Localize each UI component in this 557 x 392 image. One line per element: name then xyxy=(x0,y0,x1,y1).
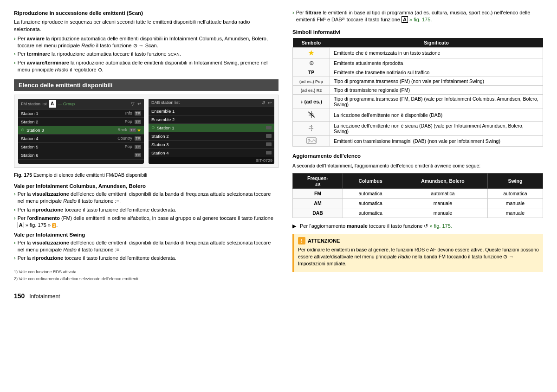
symbols-col2: Significato xyxy=(330,38,543,48)
fm-header-label: FM station list xyxy=(21,102,47,106)
fm-row-3[interactable]: ⊙ Station 3 Rock TP ★ xyxy=(18,126,144,135)
sym-note-cell: ♪ (ad es.) xyxy=(293,95,330,109)
fm-station-4-badge: TP xyxy=(135,136,141,141)
update-col-amundsen: Amundsen, Bolero xyxy=(398,173,487,188)
dab-station-4-img xyxy=(266,151,272,154)
dab-screen-header: DAB station list ↺ ↩ xyxy=(149,99,274,107)
footnote-divider xyxy=(14,267,70,267)
fm-row-1[interactable]: Station 1 Info TP xyxy=(18,109,144,118)
fm-station-3-name: Station 3 xyxy=(26,128,117,133)
arrow-c2: › xyxy=(14,206,16,213)
dab-row-station-3[interactable]: Station 3 xyxy=(149,141,274,149)
scan-bullet-3-text: Per avviare/terminare la riproduzione au… xyxy=(18,59,278,74)
fm-row-2[interactable]: Station 2 Pop TP xyxy=(18,118,144,126)
r2-icon: (ad es.) R2 xyxy=(301,88,322,93)
update-dab-columbus: automatica xyxy=(343,208,398,218)
svg-point-8 xyxy=(308,139,310,141)
columbus-section: Vale per Infotainment Columbus, Amundsen… xyxy=(14,183,278,229)
fig-caption-text: Esempio di elenco delle emittenti FM/DAB… xyxy=(33,172,147,178)
columbus-bullet-3: › Per l'ordinamento (FM) delle emittenti… xyxy=(14,215,278,229)
fm-station-1-genre: Info xyxy=(125,111,132,116)
update-intro: A seconda dell'Infotainment, l'aggiornam… xyxy=(292,162,543,169)
update-row-am: AM automatica manuale manuale xyxy=(293,198,543,208)
arrow-c3: › xyxy=(14,215,16,229)
fm-station-6-name: Station 6 xyxy=(21,153,132,158)
fm-play-icon: ⊙ xyxy=(21,128,25,132)
dab-station-1-img xyxy=(266,126,272,129)
swing-section: Vale per Infotainment Swing › Per la vis… xyxy=(14,232,278,262)
update-table: Frequen-za Columbus Amundsen, Bolero Swi… xyxy=(292,173,543,218)
symbols-table: Simbolo Significato ★ Emittente che è me… xyxy=(292,38,543,147)
dab-row-station-2[interactable]: Station 2 xyxy=(149,132,274,141)
page-label: Infotainment xyxy=(29,293,60,300)
fm-station-6-badge: TP xyxy=(135,153,141,157)
update-am-columbus: automatica xyxy=(343,198,398,208)
update-fm-swing: automatica xyxy=(487,188,543,198)
fm-station-4-genre: Country xyxy=(117,136,132,141)
fm-screen-header: FM station list A — Group ▽ ↩ xyxy=(18,99,144,109)
fm-station-5-genre: Pop xyxy=(125,144,132,149)
symbols-heading: Simboli informativi xyxy=(292,28,543,36)
sym-antenna-off-cell xyxy=(293,109,330,122)
sym-img-meaning: Emittenti con trasmissione immagini (DAB… xyxy=(330,136,543,147)
scan-bullet-1: › Per avviare la riproduzione automatica… xyxy=(14,35,278,50)
update-heading: Aggiornamento dell'elenco xyxy=(292,152,543,160)
attention-icon: ! xyxy=(298,237,305,244)
fm-row-4[interactable]: Station 4 Country TP xyxy=(18,135,144,143)
elenco-heading: Elenco delle emittenti disponibili xyxy=(14,79,278,91)
attention-box: ! ATTENZIONE Per ordinare le emittenti i… xyxy=(292,234,543,272)
dab-row-ensemble-2[interactable]: Ensemble 2 xyxy=(149,116,274,124)
fm-station-1-badge: TP xyxy=(135,111,141,116)
dab-screen-code: BIT-0729 xyxy=(149,157,274,164)
update-am-swing: manuale xyxy=(487,198,543,208)
swing-bullet-1: › Per la visualizzazione dell'elenco del… xyxy=(14,239,278,254)
top-section: Riproduzione in successione delle emitte… xyxy=(14,9,278,74)
dab-header-icons: ↺ ↩ xyxy=(261,100,272,105)
dab-refresh-icon[interactable]: ↺ xyxy=(261,100,265,105)
img-icon xyxy=(306,137,317,144)
fm-row-5[interactable]: Station 5 Pop TP xyxy=(18,143,144,151)
note-icon: ♪ (ad es.) xyxy=(300,99,322,104)
dab-station-3-name: Station 3 xyxy=(151,142,266,147)
update-col-columbus: Columbus xyxy=(343,173,398,188)
screens-container: FM station list A — Group ▽ ↩ Station 1 … xyxy=(14,95,278,168)
fm-screen: FM station list A — Group ▽ ↩ Station 1 … xyxy=(18,99,144,164)
dab-screen: DAB station list ↺ ↩ Ensemble 1 Ensemble… xyxy=(149,99,274,164)
pop-icon: (ad es.) Pop xyxy=(299,79,323,84)
page-number: 150 xyxy=(14,292,25,300)
scan-bullet-2: › Per terminare la riproduzione automati… xyxy=(14,51,278,58)
dab-station-2-name: Station 2 xyxy=(151,134,266,139)
columbus-heading: Vale per Infotainment Columbus, Amundsen… xyxy=(14,183,278,189)
manual-arrow: ▶ xyxy=(292,223,296,230)
sym-row-r2: (ad es.) R2 Tipo di trasmissione regiona… xyxy=(293,86,543,95)
star-icon: ★ xyxy=(308,49,314,57)
fm-back-icon[interactable]: ↩ xyxy=(137,101,141,106)
fm-station-5-name: Station 5 xyxy=(21,144,125,149)
fm-station-3-star: ★ xyxy=(137,128,141,133)
fm-station-4-name: Station 4 xyxy=(21,136,117,141)
sym-row-pop: (ad es.) Pop Tipo di programma trasmesso… xyxy=(293,77,543,86)
dab-row-ensemble-1[interactable]: Ensemble 1 xyxy=(149,107,274,116)
dab-row-station-1[interactable]: ⊙ Station 1 xyxy=(149,124,274,132)
fm-station-3-genre: Rock xyxy=(117,128,127,132)
play-icon: ⊙ xyxy=(309,60,314,66)
manual-note-container: ▶ Per l'aggiornamento manuale toccare il… xyxy=(292,223,543,230)
swing-bullet-2-text: Per la riproduzione toccare il tasto fun… xyxy=(18,255,176,262)
fm-row-6[interactable]: Station 6 TP xyxy=(18,151,144,160)
arrow-c1: › xyxy=(14,191,16,205)
update-row-fm: FM automatica automatica automatica xyxy=(293,188,543,198)
page: Riproduzione in successione delle emitte… xyxy=(0,0,557,392)
fm-down-icon[interactable]: ▽ xyxy=(131,101,135,106)
antenna-weak-icon xyxy=(307,124,316,132)
fm-station-3-badge: TP xyxy=(130,128,136,132)
sym-antenna-off-meaning: La ricezione dell'emittente non è dispon… xyxy=(330,109,543,122)
scan-bullet-3: › Per avviare/terminare la riproduzione … xyxy=(14,59,278,74)
sym-row-star: ★ Emittente che è memorizzata in un tast… xyxy=(293,48,543,58)
dab-back-icon[interactable]: ↩ xyxy=(268,100,272,105)
update-am-amundsen: manuale xyxy=(398,198,487,208)
dab-row-station-4[interactable]: Station 4 xyxy=(149,149,274,157)
swing-bullet-2: › Per la riproduzione toccare il tasto f… xyxy=(14,255,278,262)
manual-note: Per l'aggiornamento manuale toccare il t… xyxy=(300,223,452,230)
scan-bullet-2-text: Per terminare la riproduzione automatica… xyxy=(18,51,181,58)
columbus-bullet-3-text: Per l'ordinamento (FM) delle emittenti i… xyxy=(18,215,278,229)
